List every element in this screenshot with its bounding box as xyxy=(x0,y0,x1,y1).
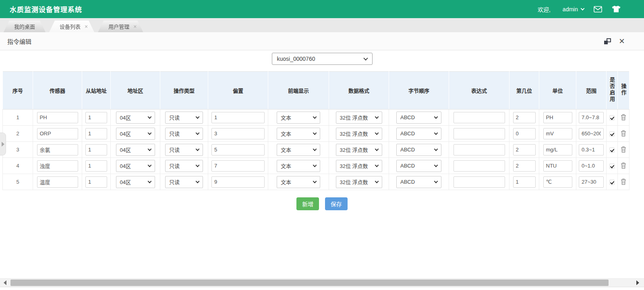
area-select[interactable]: 04区 xyxy=(116,128,155,140)
bit-input[interactable] xyxy=(513,144,536,155)
expression-input[interactable] xyxy=(453,176,505,188)
slave-addr-input[interactable] xyxy=(85,144,107,155)
offset-input[interactable] xyxy=(211,128,265,139)
data-format-select[interactable]: 32位 浮点数 xyxy=(336,112,382,124)
slave-addr-input[interactable] xyxy=(85,160,107,172)
row-index: 1 xyxy=(16,114,19,120)
device-select[interactable]: kuosi_0000760 xyxy=(272,53,373,65)
chevron-down-icon xyxy=(434,115,438,119)
horizontal-scrollbar[interactable] xyxy=(0,278,644,287)
expression-input[interactable] xyxy=(453,128,505,139)
col-header-index: 序号 xyxy=(12,88,23,94)
area-select[interactable]: 04区 xyxy=(116,176,155,188)
front-display-select[interactable]: 文本 xyxy=(277,176,320,188)
delete-button[interactable] xyxy=(620,162,627,170)
scrollbar-thumb[interactable] xyxy=(10,280,609,286)
delete-button[interactable] xyxy=(620,178,627,186)
byte-order-select[interactable]: ABCD xyxy=(396,112,441,124)
front-display-select[interactable]: 文本 xyxy=(277,160,320,172)
delete-button[interactable] xyxy=(620,129,627,137)
byte-order-select[interactable]: ABCD xyxy=(396,160,441,172)
tab-user-management[interactable]: 用户管理 × xyxy=(98,21,143,32)
unit-input[interactable] xyxy=(543,160,572,172)
bit-input[interactable] xyxy=(513,176,536,188)
op-type-select[interactable]: 只读 xyxy=(165,128,203,140)
sensor-input[interactable] xyxy=(37,112,78,123)
expression-input[interactable] xyxy=(453,112,505,123)
enabled-checkbox[interactable] xyxy=(609,115,615,120)
enabled-checkbox[interactable] xyxy=(609,164,615,169)
unit-input[interactable] xyxy=(543,144,572,155)
bit-input[interactable] xyxy=(513,112,536,123)
bit-input[interactable] xyxy=(513,160,536,172)
slave-addr-input[interactable] xyxy=(85,176,107,188)
range-input[interactable] xyxy=(579,160,604,172)
scroll-right-arrow-icon[interactable] xyxy=(636,280,639,285)
unit-input[interactable] xyxy=(543,128,572,139)
range-input[interactable] xyxy=(579,176,604,188)
op-type-select[interactable]: 只读 xyxy=(165,112,203,124)
byte-order-select[interactable]: ABCD xyxy=(396,144,441,156)
offset-input[interactable] xyxy=(211,112,265,123)
trash-icon xyxy=(621,162,626,169)
sensor-input[interactable] xyxy=(37,176,78,188)
data-format-select[interactable]: 32位 浮点数 xyxy=(336,160,382,172)
unit-input[interactable] xyxy=(543,112,572,123)
front-display-select[interactable]: 文本 xyxy=(277,128,320,140)
data-format-select[interactable]: 32位 浮点数 xyxy=(336,144,382,156)
area-select[interactable]: 04区 xyxy=(116,112,155,124)
expression-input[interactable] xyxy=(453,144,505,155)
op-type-select[interactable]: 只读 xyxy=(165,144,203,156)
tab-close-icon[interactable]: × xyxy=(85,24,88,29)
front-display-select[interactable]: 文本 xyxy=(277,112,320,124)
sensor-input[interactable] xyxy=(37,160,78,172)
tab-device-list[interactable]: 设备列表 × xyxy=(49,21,94,32)
sidebar-expand-handle[interactable] xyxy=(0,133,6,155)
enabled-checkbox[interactable] xyxy=(609,131,615,137)
range-input[interactable] xyxy=(579,128,604,139)
range-input[interactable] xyxy=(579,112,604,123)
mail-icon[interactable] xyxy=(594,6,602,12)
col-header-slave-addr: 从站地址 xyxy=(86,88,107,94)
data-format-select[interactable]: 32位 浮点数 xyxy=(336,128,382,140)
user-menu[interactable]: admin xyxy=(563,6,584,12)
slave-addr-input[interactable] xyxy=(85,128,107,139)
area-select[interactable]: 04区 xyxy=(116,144,155,156)
trash-icon xyxy=(621,178,626,185)
chevron-down-icon xyxy=(375,163,379,167)
panel-header: 指令编辑 × xyxy=(0,32,644,50)
offset-input[interactable] xyxy=(211,160,265,172)
delete-button[interactable] xyxy=(620,145,627,153)
add-button[interactable]: 新增 xyxy=(296,197,319,210)
sensor-input[interactable] xyxy=(37,128,78,139)
op-type-select[interactable]: 只读 xyxy=(165,176,203,188)
expression-input[interactable] xyxy=(453,160,505,172)
close-panel-icon[interactable]: × xyxy=(619,36,625,46)
sensor-input[interactable] xyxy=(37,144,78,155)
row-index: 2 xyxy=(16,130,19,137)
byte-order-select[interactable]: ABCD xyxy=(396,128,441,140)
area-select[interactable]: 04区 xyxy=(116,160,155,172)
unit-input[interactable] xyxy=(543,176,572,188)
offset-input[interactable] xyxy=(211,144,265,155)
area-select-value: 04区 xyxy=(120,114,131,121)
tab-close-icon[interactable]: × xyxy=(133,24,137,29)
enabled-checkbox[interactable] xyxy=(609,147,615,153)
byte-order-select[interactable]: ABCD xyxy=(396,176,441,188)
offset-input[interactable] xyxy=(211,176,265,188)
tab-bar: 我的桌面 设备列表 × 用户管理 × xyxy=(0,18,644,32)
scroll-left-arrow-icon[interactable] xyxy=(4,280,6,285)
shirt-icon-svg xyxy=(612,6,621,12)
data-format-select[interactable]: 32位 浮点数 xyxy=(336,176,382,188)
tab-my-desktop[interactable]: 我的桌面 xyxy=(4,21,46,32)
restore-window-icon[interactable] xyxy=(604,38,611,44)
op-type-select[interactable]: 只读 xyxy=(165,160,203,172)
shirt-icon[interactable] xyxy=(612,6,621,12)
enabled-checkbox[interactable] xyxy=(609,180,615,185)
delete-button[interactable] xyxy=(620,113,627,121)
bit-input[interactable] xyxy=(513,128,536,139)
slave-addr-input[interactable] xyxy=(85,112,107,123)
front-display-select[interactable]: 文本 xyxy=(277,144,320,156)
save-button[interactable]: 保存 xyxy=(325,197,348,210)
range-input[interactable] xyxy=(579,144,604,155)
